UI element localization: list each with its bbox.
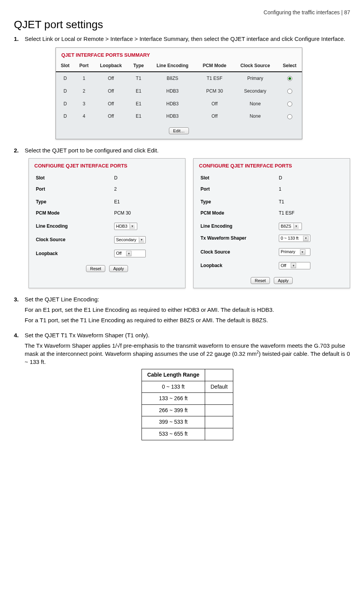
length-range-cell: 399 ~ 533 ft xyxy=(142,416,205,428)
step-4-lead: Set the QJET T1 Tx Waveform Shaper (T1 o… xyxy=(25,332,150,338)
col-pcm: PCM Mode xyxy=(196,60,233,72)
label-clock: Clock Source xyxy=(36,237,114,243)
reset-button[interactable]: Reset xyxy=(86,265,106,272)
select-cell xyxy=(277,98,302,110)
table-row: 0 ~ 133 ftDefault xyxy=(142,381,233,393)
row-select-radio[interactable] xyxy=(287,76,292,81)
col-select: Select xyxy=(277,60,302,72)
config-panel-t1-title: CONFIGURE QJET INTERFACE PORTS xyxy=(194,159,350,172)
col-clock: Clock Source xyxy=(233,60,277,72)
loopback-select-value: Off xyxy=(116,250,121,256)
page-header: Configuring the traffic interfaces | 87 xyxy=(14,9,350,15)
table-cell: D xyxy=(56,85,74,98)
table-cell: T1 ESF xyxy=(196,72,233,85)
chevron-down-icon: ▾ xyxy=(291,263,296,268)
table-cell: PCM 30 xyxy=(196,85,233,98)
table-cell: Off xyxy=(196,98,233,110)
cable-length-table: Cable Length Range 0 ~ 133 ftDefault133 … xyxy=(142,369,234,440)
length-range-cell: 133 ~ 266 ft xyxy=(142,393,205,405)
label-type: Type xyxy=(36,199,114,205)
table-cell: Off xyxy=(94,98,128,110)
table-cell: D xyxy=(56,110,74,123)
encoding-select[interactable]: HDB3▾ xyxy=(114,223,137,230)
length-range-cell: 266 ~ 399 ft xyxy=(142,404,205,416)
encoding-select-value: HDB3 xyxy=(116,223,127,229)
table-row: 266 ~ 399 ft xyxy=(142,404,233,416)
length-note-cell xyxy=(205,393,233,405)
step-4-number: 4. xyxy=(14,331,19,339)
step-3-p1: For an E1 port, set the E1 Line Encoding… xyxy=(25,306,350,314)
table-row: D4OffE1HDB3OffNone xyxy=(56,110,302,123)
label-port: Port xyxy=(201,186,279,193)
tx-shaper-select-value: 0 ~ 133 ft xyxy=(281,235,298,241)
label-pcm: PCM Mode xyxy=(201,210,279,216)
encoding-select[interactable]: B8ZS▾ xyxy=(279,223,302,230)
loopback-select-value: Off xyxy=(281,263,286,269)
label-tx-shaper: Tx Waveform Shaper xyxy=(201,235,279,242)
length-note-cell: Default xyxy=(205,381,233,393)
clock-select-value: Primary xyxy=(281,249,295,255)
step-1-number: 1. xyxy=(14,35,19,43)
select-cell xyxy=(277,85,302,98)
apply-button[interactable]: Apply xyxy=(274,277,293,284)
apply-button[interactable]: Apply xyxy=(109,265,128,272)
label-encoding: Line Encoding xyxy=(201,223,279,230)
length-note-cell xyxy=(205,416,233,428)
loopback-select[interactable]: Off▾ xyxy=(114,250,146,257)
clock-select-value: Secondary xyxy=(116,237,136,243)
select-cell xyxy=(277,110,302,123)
label-loopback: Loopback xyxy=(36,250,114,257)
table-cell: Off xyxy=(94,110,128,123)
value-pcm: T1 ESF xyxy=(279,210,343,216)
value-port: 1 xyxy=(279,186,343,193)
table-cell: 2 xyxy=(74,85,94,98)
label-clock: Clock Source xyxy=(201,249,279,255)
label-slot: Slot xyxy=(36,175,114,181)
step-4-p1: The Tx Waveform Shaper applies 1/√f pre-… xyxy=(25,342,350,366)
label-slot: Slot xyxy=(201,175,279,181)
chevron-down-icon: ▾ xyxy=(130,223,135,229)
table-cell: HDB3 xyxy=(149,85,196,98)
col-loopback: Loopback xyxy=(94,60,128,72)
table-cell: Off xyxy=(94,72,128,85)
reset-button[interactable]: Reset xyxy=(251,277,270,284)
length-note-cell xyxy=(205,428,233,440)
step-3-number: 3. xyxy=(14,295,19,303)
row-select-radio[interactable] xyxy=(287,101,292,107)
table-row: 133 ~ 266 ft xyxy=(142,393,233,405)
tx-shaper-select[interactable]: 0 ~ 133 ft▾ xyxy=(279,235,310,242)
table-cell: T1 xyxy=(128,72,149,85)
row-select-radio[interactable] xyxy=(287,89,292,94)
summary-panel-title: QJET INTERFACE PORTS SUMMARY xyxy=(56,48,302,60)
table-cell: None xyxy=(233,110,277,123)
table-cell: E1 xyxy=(128,110,149,123)
clock-select[interactable]: Primary▾ xyxy=(279,248,310,255)
col-encoding: Line Encoding xyxy=(149,60,196,72)
config-panel-e1: CONFIGURE QJET INTERFACE PORTS SlotD Por… xyxy=(29,158,185,288)
value-type: T1 xyxy=(279,199,343,205)
chevron-down-icon: ▾ xyxy=(126,251,131,256)
table-row: D1OffT1B8ZST1 ESFPrimary xyxy=(56,72,302,85)
edit-button[interactable]: Edit… xyxy=(169,127,189,134)
config-panel-e1-title: CONFIGURE QJET INTERFACE PORTS xyxy=(29,159,185,172)
clock-select[interactable]: Secondary▾ xyxy=(114,236,146,244)
chevron-down-icon: ▾ xyxy=(139,237,144,243)
table-row: 399 ~ 533 ft xyxy=(142,416,233,428)
length-header-range: Cable Length Range xyxy=(142,369,205,381)
table-cell: Off xyxy=(94,85,128,98)
loopback-select[interactable]: Off▾ xyxy=(279,262,310,269)
col-port: Port xyxy=(74,60,94,72)
table-cell: B8ZS xyxy=(149,72,196,85)
col-slot: Slot xyxy=(56,60,74,72)
row-select-radio[interactable] xyxy=(287,114,292,119)
chevron-down-icon: ▾ xyxy=(300,249,305,255)
page-title: QJET port settings xyxy=(14,19,350,31)
table-cell: 1 xyxy=(74,72,94,85)
value-slot: D xyxy=(279,175,343,181)
table-cell: 4 xyxy=(74,110,94,123)
table-cell: D xyxy=(56,98,74,110)
table-cell: E1 xyxy=(128,85,149,98)
table-row: D3OffE1HDB3OffNone xyxy=(56,98,302,110)
summary-footer: Edit… xyxy=(56,123,302,139)
label-port: Port xyxy=(36,186,114,193)
